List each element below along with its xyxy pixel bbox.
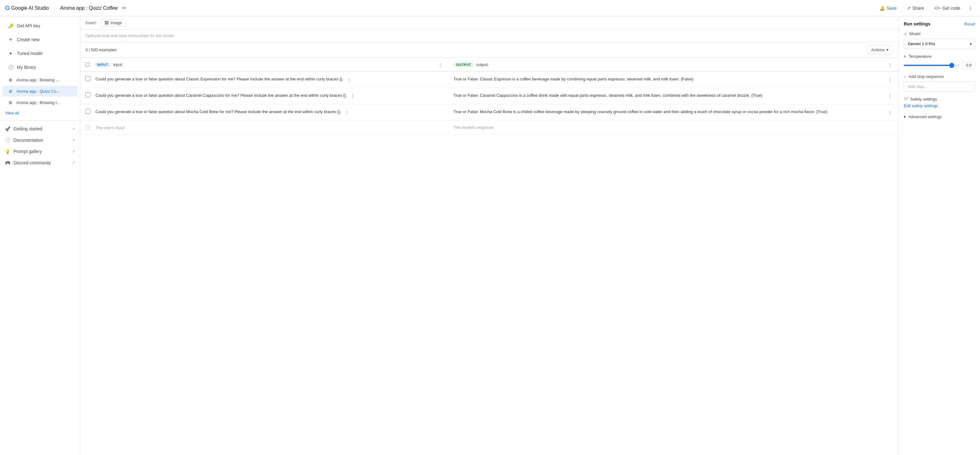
output-text-2: True or False: Mocha Cold Brew is a chil… bbox=[453, 109, 884, 115]
row-output-more-0[interactable]: ⋮ bbox=[887, 76, 893, 83]
row-input-more-0[interactable]: ⋮ bbox=[346, 76, 353, 83]
tuned-model-label: Tuned model bbox=[17, 51, 42, 56]
sidebar-divider bbox=[0, 120, 80, 121]
prompt-gallery-link[interactable]: 💡 Prompt gallery ↗ bbox=[0, 146, 80, 157]
row-checkbox-2[interactable] bbox=[85, 109, 91, 114]
temperature-icon: ≡ bbox=[904, 54, 906, 59]
library-icon: 🕐 bbox=[8, 64, 14, 70]
sidebar-item-label-1: Aroma app : Quizz Co... bbox=[16, 89, 73, 94]
run-settings-title: Run settings bbox=[904, 21, 931, 26]
grid-icon-1: ⊞ bbox=[8, 77, 13, 83]
add-stop-sequence-label: Add stop sequence bbox=[909, 74, 943, 79]
document-title-text: Aroma app : Quizz Coffee bbox=[60, 5, 118, 11]
row-input-more-1[interactable]: ⋮ bbox=[349, 93, 356, 100]
share-button[interactable]: ↗ Share bbox=[902, 4, 929, 13]
getting-started-ext-icon: ↗ bbox=[72, 127, 75, 131]
edit-title-button[interactable]: ✏ bbox=[120, 5, 128, 12]
app-title: Google AI Studio bbox=[11, 5, 49, 11]
get-api-key-label: Get API key bbox=[17, 23, 40, 28]
input-column-header: INPUT input: ⋮ bbox=[80, 58, 449, 72]
get-api-key-button[interactable]: 🔑 Get API key bbox=[3, 19, 78, 32]
my-library-label: My library bbox=[17, 65, 36, 70]
main-content: Insert: 🖼 Image Optional tone and style … bbox=[80, 16, 898, 455]
view-all-link[interactable]: View all bbox=[0, 108, 80, 118]
getting-started-link[interactable]: 🚀 Getting started ↗ bbox=[0, 123, 80, 134]
reset-button[interactable]: Reset bbox=[964, 22, 975, 26]
temperature-slider[interactable] bbox=[904, 65, 959, 66]
share-icon: ↗ bbox=[907, 6, 911, 11]
advanced-chevron-icon: ▾ bbox=[904, 114, 906, 119]
sidebar-item-brewing2[interactable]: ⊞ Aroma app : Brewing I... bbox=[3, 97, 78, 108]
actions-chevron-icon: ▾ bbox=[886, 48, 889, 52]
toolbar: Insert: 🖼 Image bbox=[80, 16, 898, 30]
output-text-1: True or False: Caramel Cappuccino is a c… bbox=[453, 93, 884, 99]
temperature-section-label: ≡ Temperature bbox=[904, 54, 975, 59]
model-select-wrapper: Gemini 1.0 ProGemini 1.5 ProGemini 1.5 F… bbox=[904, 39, 975, 49]
advanced-settings-header[interactable]: ▾ Advanced settings bbox=[904, 114, 975, 119]
get-code-button[interactable]: </> Get code bbox=[930, 4, 965, 13]
sidebar-item-quizz[interactable]: ⊞ Aroma app : Quizz Co... bbox=[3, 86, 78, 96]
app-body: 🔑 Get API key + Create new ✦ Tuned model… bbox=[0, 16, 980, 455]
documentation-link[interactable]: 📄 Documentation ↗ bbox=[0, 134, 80, 146]
advanced-settings-label: Advanced settings bbox=[908, 114, 942, 119]
row-output-more-2[interactable]: ⋮ bbox=[887, 109, 893, 116]
table-row: Could you generate a true or false quest… bbox=[80, 88, 898, 104]
examples-header: 3 / 500 examples Actions ▾ bbox=[80, 42, 898, 58]
image-button[interactable]: 🖼 Image bbox=[100, 19, 126, 27]
examples-table: INPUT input: ⋮ OUTPUT output: ⋮ bbox=[80, 58, 898, 135]
stop-sequence-icon: ○ bbox=[904, 74, 906, 79]
model-icon: ◇ bbox=[904, 32, 907, 36]
add-stop-input[interactable] bbox=[904, 81, 975, 92]
share-label: Share bbox=[913, 6, 924, 11]
tuned-model-button[interactable]: ✦ Tuned model bbox=[3, 47, 78, 60]
placeholder-row[interactable]: The user's input The model's response bbox=[80, 121, 898, 135]
edit-safety-link[interactable]: Edit safety settings bbox=[904, 104, 975, 108]
getting-started-icon: 🚀 bbox=[5, 126, 10, 131]
getting-started-label: Getting started bbox=[13, 126, 42, 131]
system-instructions-placeholder: Optional tone and style instructions for… bbox=[85, 33, 174, 38]
actions-button[interactable]: Actions ▾ bbox=[866, 45, 893, 54]
row-checkbox-0[interactable] bbox=[85, 76, 91, 81]
system-instructions[interactable]: Optional tone and style instructions for… bbox=[80, 30, 898, 42]
model-section: ◇ Model Gemini 1.0 ProGemini 1.5 ProGemi… bbox=[904, 32, 975, 49]
input-col-more-button[interactable]: ⋮ bbox=[437, 61, 444, 68]
prompt-gallery-label: Prompt gallery bbox=[13, 149, 42, 154]
image-icon: 🖼 bbox=[105, 21, 108, 25]
my-library-button[interactable]: 🕐 My library bbox=[3, 61, 78, 73]
placeholder-output-text: The model's response bbox=[453, 125, 494, 130]
sidebar-item-brewing1[interactable]: ⊞ Aroma app : Brewing -... bbox=[3, 75, 78, 85]
output-col-more-button[interactable]: ⋮ bbox=[887, 61, 893, 68]
view-all-label: View all bbox=[5, 110, 19, 115]
save-button[interactable]: 🔔 Save bbox=[875, 4, 901, 13]
placeholder-input-cell[interactable]: The user's input bbox=[80, 121, 449, 135]
grid-icon-3: ⊞ bbox=[8, 100, 13, 105]
prompt-gallery-ext-icon: ↗ bbox=[72, 149, 75, 154]
google-g: G bbox=[5, 5, 10, 12]
discord-label: Discord community bbox=[13, 160, 51, 165]
temperature-section: ≡ Temperature 0.9 bbox=[904, 54, 975, 69]
discord-community-link[interactable]: 🎮 Discord community ↗ bbox=[0, 157, 80, 168]
input-text-2: Could you generate a true or false quest… bbox=[95, 109, 341, 115]
safety-settings-header: 🛡 Safety settings bbox=[904, 97, 975, 102]
placeholder-output-cell[interactable]: The model's response bbox=[449, 121, 898, 135]
examples-table-body: Could you generate a true or false quest… bbox=[80, 72, 898, 135]
discord-icon: 🎮 bbox=[5, 160, 10, 165]
row-input-more-2[interactable]: ⋮ bbox=[344, 109, 350, 116]
model-section-label: ◇ Model bbox=[904, 32, 975, 36]
advanced-section: ▾ Advanced settings bbox=[904, 114, 975, 119]
create-new-label: Create new bbox=[17, 37, 40, 42]
select-all-checkbox[interactable] bbox=[85, 62, 89, 67]
row-output-more-1[interactable]: ⋮ bbox=[887, 93, 893, 100]
model-select[interactable]: Gemini 1.0 ProGemini 1.5 ProGemini 1.5 F… bbox=[904, 39, 975, 49]
placeholder-checkbox[interactable] bbox=[85, 125, 91, 130]
temperature-slider-row: 0.9 bbox=[904, 61, 975, 69]
safety-label: Safety settings bbox=[910, 97, 937, 102]
create-icon: + bbox=[8, 37, 14, 43]
output-col-label: output: bbox=[476, 62, 489, 67]
more-options-button[interactable]: ⋮ bbox=[966, 4, 975, 12]
row-checkbox-1[interactable] bbox=[85, 93, 91, 97]
app-header: G Google AI Studio | Aroma app : Quizz C… bbox=[0, 0, 980, 16]
create-new-button[interactable]: + Create new bbox=[3, 33, 78, 46]
output-cell-1: True or False: Caramel Cappuccino is a c… bbox=[449, 88, 898, 104]
temperature-value: 0.9 bbox=[963, 61, 975, 69]
